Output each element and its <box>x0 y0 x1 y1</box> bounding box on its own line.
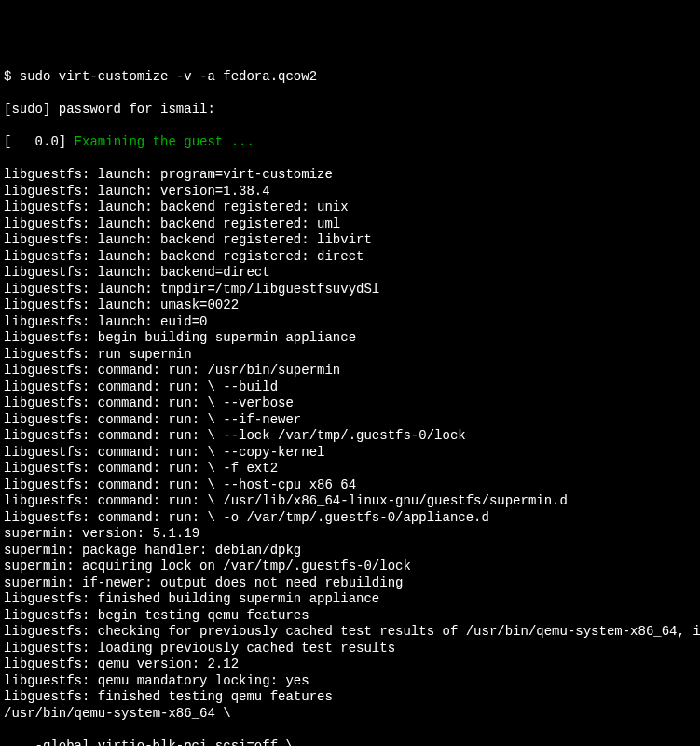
output-line: libguestfs: checking for previously cach… <box>4 624 696 641</box>
output-line: libguestfs: launch: backend registered: … <box>4 249 696 266</box>
command-text: sudo virt-customize -v -a fedora.qcow2 <box>20 69 317 84</box>
output-line: libguestfs: launch: backend registered: … <box>4 216 696 233</box>
output-line: libguestfs: launch: program=virt-customi… <box>4 167 696 184</box>
output-line: libguestfs: command: run: \ -o /var/tmp/… <box>4 510 696 527</box>
output-line: libguestfs: command: run: \ --lock /var/… <box>4 428 696 445</box>
output-line: libguestfs: command: run: /usr/bin/super… <box>4 363 696 380</box>
output-line: libguestfs: command: run: \ --copy-kerne… <box>4 445 696 462</box>
output-line: libguestfs: qemu version: 2.12 <box>4 656 696 673</box>
output-line: libguestfs: command: run: \ /usr/lib/x86… <box>4 493 696 510</box>
output-line: libguestfs: command: run: \ --if-newer <box>4 412 696 429</box>
qemu-arg-line: -global virtio-blk-pci.scsi=off \ <box>4 739 696 747</box>
sudo-prompt-line: [sudo] password for ismail: <box>4 102 696 118</box>
output-line: libguestfs: finished testing qemu featur… <box>4 689 696 706</box>
output-line: supermin: version: 5.1.19 <box>4 526 696 543</box>
output-line: libguestfs: run supermin <box>4 347 696 364</box>
timing-prefix: [ 0.0] <box>4 134 75 149</box>
output-line: libguestfs: launch: backend registered: … <box>4 200 696 216</box>
output-line: /usr/bin/qemu-system-x86_64 \ <box>4 706 696 723</box>
command-line: $ sudo virt-customize -v -a fedora.qcow2 <box>4 69 696 86</box>
examining-text: Examining the guest ... <box>75 134 254 149</box>
output-line: libguestfs: launch: version=1.38.4 <box>4 184 696 200</box>
terminal-output: libguestfs: launch: program=virt-customi… <box>4 167 696 722</box>
output-line: libguestfs: qemu mandatory locking: yes <box>4 673 696 690</box>
examining-line: [ 0.0] Examining the guest ... <box>4 134 696 151</box>
output-line: libguestfs: loading previously cached te… <box>4 641 696 657</box>
output-line: libguestfs: begin building supermin appl… <box>4 330 696 347</box>
output-line: supermin: acquiring lock on /var/tmp/.gu… <box>4 559 696 575</box>
shell-prompt: $ <box>4 69 20 84</box>
qemu-arguments: -global virtio-blk-pci.scsi=off \-enable… <box>4 739 696 747</box>
output-line: libguestfs: launch: euid=0 <box>4 314 696 331</box>
output-line: supermin: if-newer: output does not need… <box>4 575 696 592</box>
output-line: libguestfs: launch: backend registered: … <box>4 232 696 249</box>
output-line: libguestfs: launch: tmpdir=/tmp/libguest… <box>4 282 696 298</box>
output-line: libguestfs: begin testing qemu features <box>4 608 696 625</box>
output-line: libguestfs: command: run: \ --verbose <box>4 395 696 412</box>
output-line: libguestfs: command: run: \ --host-cpu x… <box>4 477 696 494</box>
output-line: libguestfs: command: run: \ -f ext2 <box>4 461 696 477</box>
output-line: libguestfs: launch: umask=0022 <box>4 297 696 314</box>
output-line: libguestfs: finished building supermin a… <box>4 591 696 608</box>
output-line: libguestfs: command: run: \ --build <box>4 380 696 396</box>
output-line: libguestfs: launch: backend=direct <box>4 265 696 282</box>
output-line: supermin: package handler: debian/dpkg <box>4 543 696 560</box>
